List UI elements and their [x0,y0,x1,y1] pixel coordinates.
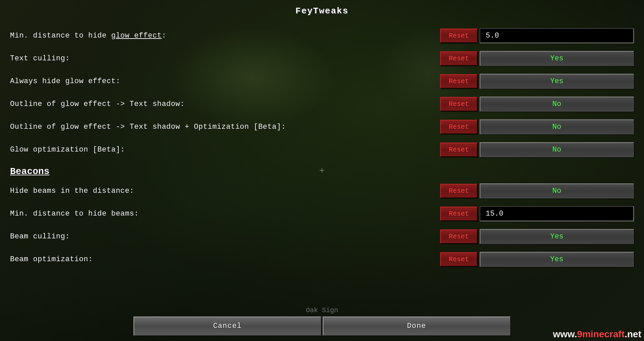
setting-row-hide-beams: Hide beams in the distance: Reset No [10,179,634,202]
value-btn-outline-glow-text-shadow[interactable]: No [480,97,634,112]
setting-controls-beam-optimization: Reset Yes [440,252,634,267]
setting-row-text-culling: Text culling: Reset Yes [10,47,634,70]
setting-controls-hide-beams: Reset No [440,183,634,198]
reset-btn-glow-optimization[interactable]: Reset [440,143,478,157]
setting-label-hide-beams: Hide beams in the distance: [10,187,440,195]
value-btn-always-hide-glow[interactable]: Yes [480,74,634,89]
value-btn-glow-optimization[interactable]: No [480,142,634,157]
window-title: FeyTweaks [0,0,644,21]
value-input-min-distance-glow[interactable] [480,28,634,43]
setting-label-beam-optimization: Beam optimization: [10,255,440,264]
setting-label-glow-optimization: Glow optimization [Beta]: [10,146,440,154]
value-btn-outline-glow-text-shadow-opt[interactable]: No [480,119,634,134]
watermark-suffix: .net [625,329,641,339]
reset-btn-always-hide-glow[interactable]: Reset [440,74,478,89]
setting-row-outline-glow-text-shadow-opt: Outline of glow effect -> Text shadow + … [10,115,634,138]
setting-row-always-hide-glow: Always hide glow effect: Reset Yes [10,70,634,93]
reset-btn-min-distance-beams[interactable]: Reset [440,207,478,221]
setting-controls-text-culling: Reset Yes [440,51,634,66]
bottom-bar: Cancel Done [0,313,644,341]
done-button[interactable]: Done [323,317,511,336]
setting-label-min-distance-glow: Min. distance to hide glow effect: [10,32,440,40]
cancel-button[interactable]: Cancel [133,317,321,336]
setting-row-min-distance-glow: Min. distance to hide glow effect: Reset [10,24,634,47]
setting-row-outline-glow-text-shadow: Outline of glow effect -> Text shadow: R… [10,93,634,115]
watermark-brand: 9minecraft [577,329,625,339]
setting-controls-always-hide-glow: Reset Yes [440,74,634,89]
value-btn-beam-optimization[interactable]: Yes [480,252,634,267]
setting-controls-min-distance-beams: Reset [440,206,634,221]
reset-btn-outline-glow-text-shadow[interactable]: Reset [440,97,478,111]
watermark-prefix: www. [553,329,577,339]
settings-list: Min. distance to hide glow effect: Reset… [0,21,644,313]
section-header-beacons: Beacons [10,161,634,179]
setting-label-always-hide-glow: Always hide glow effect: [10,77,440,86]
value-btn-beam-culling[interactable]: Yes [480,229,634,244]
value-btn-text-culling[interactable]: Yes [480,51,634,66]
setting-label-min-distance-beams: Min. distance to hide beams: [10,210,440,218]
setting-label-outline-glow-text-shadow: Outline of glow effect -> Text shadow: [10,100,440,108]
setting-controls-beam-culling: Reset Yes [440,229,634,244]
setting-row-beam-optimization: Beam optimization: Reset Yes [10,248,634,271]
value-input-min-distance-beams[interactable] [480,206,634,221]
setting-controls-outline-glow-text-shadow-opt: Reset No [440,119,634,134]
setting-label-outline-glow-text-shadow-opt: Outline of glow effect -> Text shadow + … [10,123,440,131]
setting-controls-min-distance-glow: Reset [440,28,634,43]
reset-btn-outline-glow-text-shadow-opt[interactable]: Reset [440,120,478,134]
setting-row-beam-culling: Beam culling: Reset Yes [10,225,634,248]
setting-label-text-culling: Text culling: [10,54,440,63]
setting-label-beam-culling: Beam culling: [10,232,440,241]
setting-row-glow-optimization: Glow optimization [Beta]: Reset No [10,138,634,161]
setting-controls-glow-optimization: Reset No [440,142,634,157]
watermark: www.9minecraft.net [553,329,641,340]
setting-controls-outline-glow-text-shadow: Reset No [440,97,634,112]
reset-btn-min-distance-glow[interactable]: Reset [440,29,478,43]
setting-row-min-distance-beams: Min. distance to hide beams: Reset [10,202,634,225]
reset-btn-text-culling[interactable]: Reset [440,51,478,66]
main-container: FeyTweaks Min. distance to hide glow eff… [0,0,644,341]
glow-effect-underline: glow effect [111,32,162,40]
value-btn-hide-beams[interactable]: No [480,183,634,198]
reset-btn-beam-culling[interactable]: Reset [440,229,478,244]
reset-btn-beam-optimization[interactable]: Reset [440,252,478,267]
reset-btn-hide-beams[interactable]: Reset [440,184,478,198]
